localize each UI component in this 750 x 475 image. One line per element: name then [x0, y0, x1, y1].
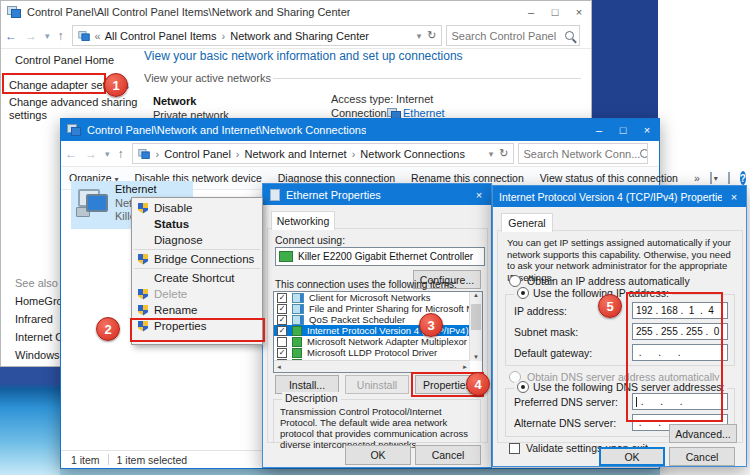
breadcrumb-item[interactable]: Network and Sharing Center: [230, 30, 369, 42]
scroll-down-icon[interactable]: ▼: [470, 354, 482, 360]
history-dropdown-icon[interactable]: ▾: [105, 149, 110, 159]
address-dropdown-icon[interactable]: ▾: [489, 149, 494, 159]
connect-using-label: Connect using:: [275, 234, 345, 246]
refresh-icon[interactable]: ↻: [499, 147, 508, 160]
adapter-field: Killer E2200 Gigabit Ethernet Controller: [275, 247, 485, 266]
preview-pane-icon[interactable]: [728, 172, 730, 184]
menu-item-bridge[interactable]: Bridge Connections: [132, 251, 262, 267]
forward-icon[interactable]: →: [85, 147, 97, 161]
checkbox-icon[interactable]: [509, 443, 520, 454]
minimize-icon[interactable]: –: [587, 124, 611, 136]
back-icon[interactable]: ←: [65, 147, 77, 161]
radio-icon[interactable]: [509, 275, 521, 287]
radio-obtain-ip[interactable]: Obtain an IP address automatically: [509, 275, 690, 287]
forward-icon[interactable]: →: [25, 29, 37, 43]
scroll-thumb[interactable]: [471, 304, 481, 330]
checkbox[interactable]: ✓: [277, 293, 287, 303]
window1-title: Control Panel\All Control Panel Items\Ne…: [27, 6, 350, 18]
protocol-icon: [292, 337, 302, 347]
list-item[interactable]: ✓File and Printer Sharing for Microsoft …: [274, 303, 482, 314]
help-icon[interactable]: ?: [740, 171, 746, 185]
up-icon[interactable]: ↑: [58, 29, 64, 43]
subnet-mask-label: Subnet mask:: [514, 326, 578, 338]
ok-button[interactable]: OK: [345, 445, 411, 465]
history-dropdown-icon[interactable]: ▾: [45, 31, 50, 41]
search-input[interactable]: Search Control Panel: [446, 25, 580, 46]
highlight-box-ip-fields: [626, 292, 723, 422]
sidebar-item-change-sharing2[interactable]: settings: [9, 109, 47, 121]
search-input[interactable]: Search Network Conn...: [518, 143, 648, 164]
tab-general[interactable]: General: [501, 213, 553, 232]
cancel-button[interactable]: Cancel: [415, 445, 481, 465]
maximize-icon[interactable]: □: [543, 6, 567, 18]
radio-icon[interactable]: [517, 381, 529, 393]
close-icon[interactable]: ×: [567, 6, 591, 18]
menu-item-create-shortcut[interactable]: Create Shortcut: [132, 270, 262, 286]
minimize-icon[interactable]: –: [519, 6, 543, 18]
view-options-icon[interactable]: [710, 172, 712, 184]
scroll-right-icon[interactable]: ►: [462, 364, 468, 370]
menu-item-diagnose[interactable]: Diagnose: [132, 232, 262, 248]
crumb-home-icon[interactable]: «: [95, 30, 101, 42]
close-icon[interactable]: ×: [467, 189, 491, 201]
qos-icon: [292, 315, 304, 325]
callout-step-4: 4: [466, 372, 490, 396]
toolbar-view-status[interactable]: View status of this connection: [540, 172, 678, 184]
maximize-icon[interactable]: □: [611, 124, 635, 136]
dialog-title: Ethernet Properties: [286, 189, 381, 201]
address-bar[interactable]: « All Control Panel Items › Network and …: [72, 25, 442, 46]
horizontal-scrollbar[interactable]: ◄ ►: [274, 360, 470, 372]
search-placeholder: Search Control Panel: [452, 30, 557, 42]
cancel-button[interactable]: Cancel: [669, 447, 735, 466]
description-groupbox: Description Transmission Control Protoco…: [273, 399, 481, 443]
dialog-titlebar[interactable]: Internet Protocol Version 4 (TCP/IPv4) P…: [493, 186, 746, 207]
list-item[interactable]: ✓Client for Microsoft Networks: [274, 292, 482, 303]
alternate-dns-label: Alternate DNS server:: [514, 417, 616, 429]
breadcrumb-item[interactable]: All Control Panel Items: [105, 30, 217, 42]
window2-title: Control Panel\Network and Internet\Netwo…: [87, 124, 366, 136]
view-dropdown-icon[interactable]: ▾: [714, 174, 718, 183]
address-bar[interactable]: › Control Panel › Network and Internet ›…: [132, 143, 514, 164]
scroll-up-icon[interactable]: ▲: [473, 292, 479, 298]
menu-item-status[interactable]: Status: [132, 216, 262, 232]
radio-icon[interactable]: [517, 287, 529, 299]
close-icon[interactable]: ×: [635, 124, 659, 136]
list-item-ipv4[interactable]: ✓Internet Protocol Version 4 (TCP/IPv4): [274, 325, 482, 336]
ok-button[interactable]: OK: [599, 447, 665, 466]
refresh-icon[interactable]: ↻: [427, 29, 436, 42]
menu-item-rename[interactable]: Rename: [132, 302, 262, 318]
up-icon[interactable]: ↑: [118, 147, 124, 161]
adapter-name: Killer E2200 Gigabit Ethernet Controller: [298, 251, 473, 262]
back-icon[interactable]: ←: [5, 29, 17, 43]
scroll-left-icon[interactable]: ◄: [276, 364, 282, 370]
sidebar-item-infrared[interactable]: Infrared: [15, 313, 53, 325]
sidebar-item-home[interactable]: Control Panel Home: [15, 54, 114, 66]
checkbox[interactable]: ✓: [277, 348, 287, 358]
vertical-scrollbar[interactable]: ▲ ▼: [469, 292, 482, 361]
checkbox[interactable]: ✓: [277, 315, 287, 325]
window2-titlebar[interactable]: Control Panel\Network and Internet\Netwo…: [61, 119, 659, 141]
sidebar-item-change-sharing[interactable]: Change advanced sharing: [9, 96, 137, 108]
breadcrumb-item[interactable]: Network Connections: [360, 148, 465, 160]
search-icon: [565, 31, 574, 40]
dialog-titlebar[interactable]: Ethernet Properties ×: [263, 184, 491, 205]
checkbox[interactable]: ✓: [277, 304, 287, 314]
window1-titlebar[interactable]: Control Panel\All Control Panel Items\Ne…: [1, 1, 591, 24]
list-item[interactable]: ✓Microsoft LLDP Protocol Driver: [274, 347, 482, 358]
see-also-label: See also: [15, 277, 58, 289]
close-icon[interactable]: ×: [722, 191, 746, 203]
breadcrumb-item[interactable]: Network and Internet: [245, 148, 347, 160]
advanced-button[interactable]: Advanced...: [669, 424, 737, 443]
address-dropdown-icon[interactable]: ▾: [417, 31, 422, 41]
list-item[interactable]: Microsoft Network Adapter Multiplexor Pr…: [274, 336, 482, 347]
toolbar-more-icon[interactable]: »: [694, 172, 700, 184]
connection-items-list[interactable]: ✓Client for Microsoft Networks ✓File and…: [273, 291, 483, 373]
list-item[interactable]: ✓QoS Packet Scheduler: [274, 314, 482, 325]
checkbox[interactable]: [277, 337, 287, 347]
dialog-icon: [270, 189, 280, 201]
menu-item-disable[interactable]: Disable: [132, 200, 262, 216]
tab-networking[interactable]: Networking: [271, 211, 335, 230]
checkbox[interactable]: ✓: [277, 326, 287, 336]
tile-title: Ethernet: [115, 183, 157, 195]
breadcrumb-item[interactable]: Control Panel: [164, 148, 231, 160]
